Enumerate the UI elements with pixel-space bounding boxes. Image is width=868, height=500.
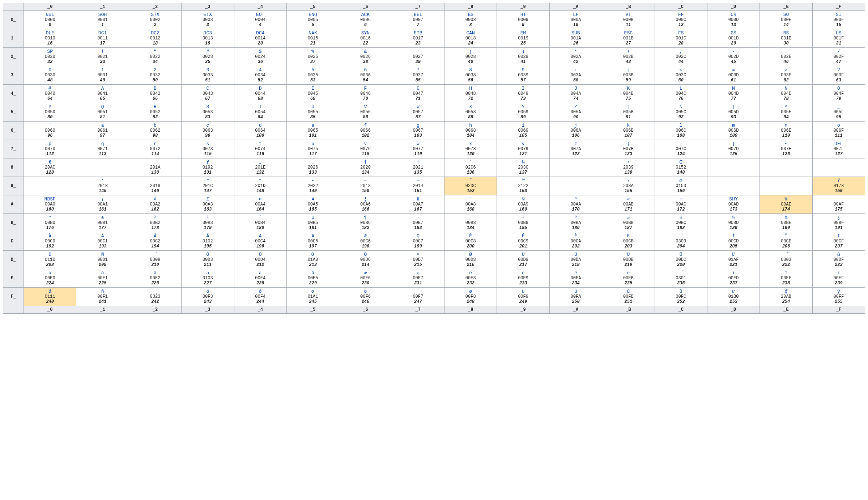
codepoint-cell[interactable]: ¸00B8184: [444, 214, 497, 232]
codepoint-cell[interactable]: Ä00C4196: [234, 232, 286, 251]
codepoint-cell[interactable]: [812, 158, 865, 177]
codepoint-cell[interactable]: n006E110: [760, 122, 812, 140]
codepoint-cell[interactable]: ‰2030137: [497, 158, 549, 177]
codepoint-cell[interactable]: HT00099: [497, 11, 549, 29]
codepoint-cell[interactable]: DC4001420: [234, 29, 286, 48]
codepoint-cell[interactable]: [760, 177, 812, 195]
codepoint-cell[interactable]: ‚201A130: [129, 158, 181, 177]
codepoint-cell[interactable]: RS001E30: [760, 29, 812, 48]
codepoint-cell[interactable]: GS001D29: [707, 29, 760, 48]
codepoint-cell[interactable]: Ô00D4212: [234, 251, 286, 269]
codepoint-cell[interactable]: @004064: [24, 85, 76, 103]
codepoint-cell[interactable]: >003E62: [760, 66, 812, 85]
codepoint-cell[interactable]: ä00E4228: [234, 269, 286, 288]
codepoint-cell[interactable]: đ0111240: [24, 288, 76, 306]
codepoint-cell[interactable]: „201E132: [234, 158, 286, 177]
codepoint-cell[interactable]: ë00EB235: [602, 269, 655, 288]
codepoint-cell[interactable]: H004872: [444, 85, 497, 103]
codepoint-cell[interactable]: ́0301236: [655, 269, 707, 288]
codepoint-cell[interactable]: ?003F63: [812, 66, 865, 85]
codepoint-cell[interactable]: ‹2039139: [602, 158, 655, 177]
codepoint-cell[interactable]: ¯00AF175: [812, 195, 865, 214]
codepoint-cell[interactable]: BS00088: [444, 11, 497, 29]
codepoint-cell[interactable]: DC3001319: [182, 29, 234, 48]
codepoint-cell[interactable]: CR000D13: [707, 11, 760, 29]
codepoint-cell[interactable]: |007C124: [655, 140, 707, 158]
codepoint-cell[interactable]: Æ00C6198: [339, 232, 392, 251]
codepoint-cell[interactable]: ENQ00055: [286, 11, 339, 29]
codepoint-cell[interactable]: ü00FC252: [655, 288, 707, 306]
codepoint-cell[interactable]: [549, 158, 602, 177]
codepoint-cell[interactable]: ™2122153: [497, 177, 549, 195]
codepoint-cell[interactable]: ₫20AB254: [760, 288, 812, 306]
codepoint-cell[interactable]: ¨00A8168: [444, 195, 497, 214]
codepoint-cell[interactable]: J004A74: [549, 85, 602, 103]
codepoint-cell[interactable]: "002234: [129, 48, 181, 66]
codepoint-cell[interactable]: Ó00D3211: [182, 251, 234, 269]
codepoint-cell[interactable]: î00EE238: [760, 269, 812, 288]
codepoint-cell[interactable]: 4003452: [234, 66, 286, 85]
codepoint-cell[interactable]: )002941: [497, 48, 549, 66]
codepoint-cell[interactable]: ‘2018145: [76, 177, 129, 195]
codepoint-cell[interactable]: ơ01A1245: [286, 288, 339, 306]
codepoint-cell[interactable]: ª00AA170: [549, 195, 602, 214]
codepoint-cell[interactable]: [760, 158, 812, 177]
codepoint-cell[interactable]: Y005989: [497, 103, 549, 122]
codepoint-cell[interactable]: &002638: [339, 48, 392, 66]
codepoint-cell[interactable]: ¡00A1161: [76, 195, 129, 214]
codepoint-cell[interactable]: b006298: [129, 122, 181, 140]
codepoint-cell[interactable]: [24, 177, 76, 195]
codepoint-cell[interactable]: ¾00BE190: [760, 214, 812, 232]
codepoint-cell[interactable]: `006096: [24, 122, 76, 140]
codepoint-cell[interactable]: SHY00AD173: [707, 195, 760, 214]
codepoint-cell[interactable]: A004165: [76, 85, 129, 103]
codepoint-cell[interactable]: 5003553: [286, 66, 339, 85]
codepoint-cell[interactable]: [707, 177, 760, 195]
codepoint-cell[interactable]: ó00F3243: [182, 288, 234, 306]
codepoint-cell[interactable]: ²00B2178: [129, 214, 181, 232]
codepoint-cell[interactable]: c006399: [182, 122, 234, 140]
codepoint-cell[interactable]: ×00D7215: [392, 251, 444, 269]
codepoint-cell[interactable]: £00A3163: [182, 195, 234, 214]
codepoint-cell[interactable]: D004468: [234, 85, 286, 103]
codepoint-cell[interactable]: [005B91: [602, 103, 655, 122]
codepoint-cell[interactable]: Ÿ0178159: [812, 177, 865, 195]
codepoint-cell[interactable]: ¬00AC172: [655, 195, 707, 214]
codepoint-cell[interactable]: ̉0309210: [129, 251, 181, 269]
codepoint-cell[interactable]: s0073115: [182, 140, 234, 158]
codepoint-cell[interactable]: d0064100: [234, 122, 286, 140]
codepoint-cell[interactable]: 8003856: [444, 66, 497, 85]
codepoint-cell[interactable]: [707, 158, 760, 177]
codepoint-cell[interactable]: FS001C28: [655, 29, 707, 48]
codepoint-cell[interactable]: EOT00044: [234, 11, 286, 29]
codepoint-cell[interactable]: ;003B59: [602, 66, 655, 85]
codepoint-cell[interactable]: ´00B4180: [234, 214, 286, 232]
codepoint-cell[interactable]: :003A58: [549, 66, 602, 85]
codepoint-cell[interactable]: 2003250: [129, 66, 181, 85]
codepoint-cell[interactable]: }007D125: [707, 140, 760, 158]
codepoint-cell[interactable]: NAK001521: [286, 29, 339, 48]
codepoint-cell[interactable]: .002E46: [760, 48, 812, 66]
codepoint-cell[interactable]: ^005E94: [760, 103, 812, 122]
codepoint-cell[interactable]: ¦00A6166: [339, 195, 392, 214]
codepoint-cell[interactable]: Ù00D9217: [497, 251, 549, 269]
codepoint-cell[interactable]: Ư01AF221: [707, 251, 760, 269]
codepoint-cell[interactable]: STX00022: [129, 11, 181, 29]
codepoint-cell[interactable]: ø00F8248: [444, 288, 497, 306]
codepoint-cell[interactable]: y0079121: [497, 140, 549, 158]
codepoint-cell[interactable]: BEL00077: [392, 11, 444, 29]
codepoint-cell[interactable]: ±00B1177: [76, 214, 129, 232]
codepoint-cell[interactable]: z007A122: [549, 140, 602, 158]
codepoint-cell[interactable]: V005686: [339, 103, 392, 122]
codepoint-cell[interactable]: ă0103227: [182, 269, 234, 288]
codepoint-cell[interactable]: ˆ02C6136: [444, 158, 497, 177]
codepoint-cell[interactable]: g0067103: [392, 122, 444, 140]
codepoint-cell[interactable]: ç00E7231: [392, 269, 444, 288]
codepoint-cell[interactable]: ù00F9249: [497, 288, 549, 306]
codepoint-cell[interactable]: K004B75: [602, 85, 655, 103]
codepoint-cell[interactable]: x0078120: [444, 140, 497, 158]
codepoint-cell[interactable]: /002F47: [812, 48, 865, 66]
codepoint-cell[interactable]: #002335: [182, 48, 234, 66]
codepoint-cell[interactable]: •2022149: [286, 177, 339, 195]
codepoint-cell[interactable]: é00E9233: [497, 269, 549, 288]
